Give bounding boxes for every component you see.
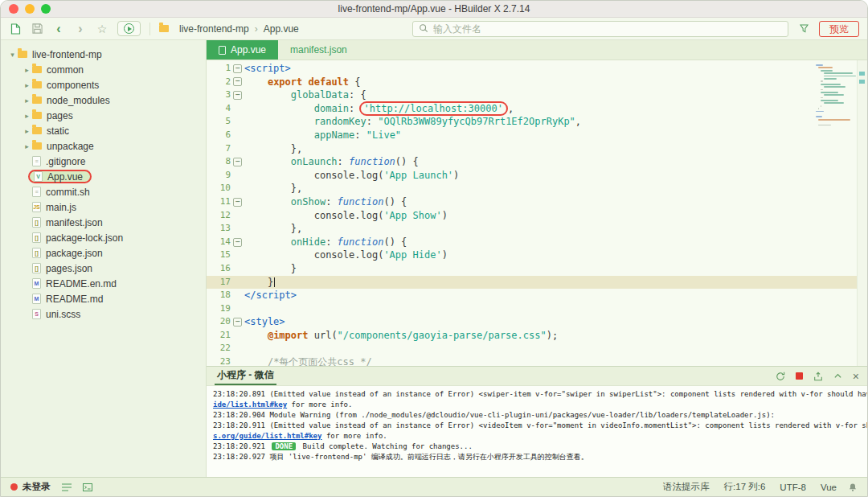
minimize-window-button[interactable] xyxy=(25,4,35,14)
back-icon[interactable]: ‹ xyxy=(52,22,65,36)
code-line-20[interactable]: 20<style> xyxy=(207,315,867,329)
tree-item-commit.sh[interactable]: commit.sh xyxy=(1,184,206,199)
tree-item-package-lock.json[interactable]: package-lock.json xyxy=(1,230,206,245)
chevron-right-icon[interactable]: ▸ xyxy=(22,142,32,150)
close-window-button[interactable] xyxy=(9,4,18,14)
fold-marker-icon[interactable] xyxy=(231,315,244,329)
code-line-7[interactable]: 7 }, xyxy=(207,142,867,156)
save-icon[interactable] xyxy=(31,22,43,36)
tree-item-package.json[interactable]: package.json xyxy=(1,245,206,261)
tree-item-live-frontend-mp[interactable]: ▾live-frontend-mp xyxy=(1,47,206,62)
status-item-1[interactable]: 行:17 列:6 xyxy=(724,481,766,493)
tree-item-pages[interactable]: ▸pages xyxy=(1,108,206,123)
tree-item-label: main.js xyxy=(46,202,76,213)
tree-item-common[interactable]: ▸common xyxy=(1,62,206,77)
code-line-6[interactable]: 6 appName: "Live" xyxy=(207,129,867,142)
search-input[interactable] xyxy=(433,23,782,35)
bookmark-star-icon[interactable]: ☆ xyxy=(96,22,108,36)
minimap[interactable] xyxy=(816,64,853,127)
fold-marker-icon[interactable] xyxy=(231,236,244,249)
code-line-11[interactable]: 11 onShow: function() { xyxy=(207,195,867,209)
chevron-down-icon[interactable]: ▾ xyxy=(7,51,18,59)
log-link[interactable]: ide/list.html#key xyxy=(213,400,287,409)
code-line-23[interactable]: 23 /*每个页面公共css */ xyxy=(207,355,867,366)
code-line-10[interactable]: 10 }, xyxy=(207,182,867,195)
export-log-icon[interactable] xyxy=(813,372,823,381)
tree-item-node_modules[interactable]: ▸node_modules xyxy=(1,92,206,108)
tree-item-manifest.json[interactable]: manifest.json xyxy=(1,215,206,230)
tree-item-static[interactable]: ▸static xyxy=(1,123,206,138)
tree-item-pages.json[interactable]: pages.json xyxy=(1,261,206,276)
tab-app-vue[interactable]: App.vue xyxy=(207,40,278,60)
status-item-2[interactable]: UTF-8 xyxy=(780,483,806,492)
tree-item-.gitignore[interactable]: .gitignore xyxy=(1,154,206,169)
tree-item-App.vue[interactable]: App.vue xyxy=(1,169,206,184)
code-editor[interactable]: 1<script>2 export default {3 globalData:… xyxy=(207,60,867,366)
code-line-18[interactable]: 18</script> xyxy=(207,289,867,302)
tree-item-README.en.md[interactable]: README.en.md xyxy=(1,276,206,291)
code-line-19[interactable]: 19 xyxy=(207,302,867,316)
stop-icon[interactable] xyxy=(796,372,803,380)
fold-marker-icon[interactable] xyxy=(231,62,244,76)
traffic-lights xyxy=(9,4,51,14)
forward-icon[interactable]: › xyxy=(74,22,87,36)
log-link[interactable]: s.org/guide/list.html#key xyxy=(213,432,321,440)
chevron-right-icon[interactable]: ▸ xyxy=(22,81,32,89)
console-log[interactable]: 23:18:20.891 (Emitted value instead of a… xyxy=(207,386,867,477)
code-line-8[interactable]: 8 onLaunch: function() { xyxy=(207,155,867,169)
fold-marker-icon[interactable] xyxy=(231,155,244,169)
code-line-13[interactable]: 13 }, xyxy=(207,222,867,236)
code-line-3[interactable]: 3 globalData: { xyxy=(207,88,867,102)
tree-item-README.md[interactable]: README.md xyxy=(1,291,206,306)
tree-item-uni.scss[interactable]: uni.scss xyxy=(1,306,206,322)
code-line-12[interactable]: 12 console.log('App Show') xyxy=(207,209,867,223)
code-line-21[interactable]: 21 @import url("/components/gaoyia-parse… xyxy=(207,329,867,343)
code-line-4[interactable]: 4 domain: 'http://localhost:30000', xyxy=(207,102,867,116)
restart-log-icon[interactable] xyxy=(776,372,785,381)
login-status[interactable]: 未登录 xyxy=(10,481,51,493)
terminal-icon[interactable] xyxy=(83,483,92,491)
new-file-icon[interactable] xyxy=(9,22,22,36)
chevron-right-icon[interactable]: ▸ xyxy=(22,127,32,135)
bell-icon[interactable] xyxy=(848,483,858,492)
tab-manifest-json[interactable]: manifest.json xyxy=(278,40,359,60)
tree-item-main.js[interactable]: main.js xyxy=(1,199,206,215)
console-tab-wechat-mp[interactable]: 小程序 - 微信 xyxy=(215,367,276,385)
filter-funnel-icon[interactable] xyxy=(797,22,810,36)
editor-scrollbar[interactable] xyxy=(857,60,867,366)
preview-button[interactable]: 预览 xyxy=(819,21,859,37)
code-line-16[interactable]: 16 } xyxy=(207,262,867,276)
line-number: 1 xyxy=(207,62,231,76)
chevron-right-icon[interactable]: ▸ xyxy=(22,112,32,120)
file-explorer: ▾live-frontend-mp▸common▸components▸node… xyxy=(1,40,207,477)
folder-icon xyxy=(18,51,27,58)
status-item-0[interactable]: 语法提示库 xyxy=(663,481,710,493)
tree-item-components[interactable]: ▸components xyxy=(1,77,206,92)
fold-marker-icon[interactable] xyxy=(231,195,244,209)
folder-icon xyxy=(32,66,42,73)
code-line-1[interactable]: 1<script> xyxy=(207,62,867,76)
close-panel-icon[interactable]: × xyxy=(853,371,859,382)
fold-marker-icon[interactable] xyxy=(231,88,244,102)
fold-marker-icon[interactable] xyxy=(231,76,244,89)
code-line-5[interactable]: 5 randomKey: "OQlRb3WW89yfycQb97Rrt1Ef2O… xyxy=(207,115,867,129)
code-line-22[interactable]: 22 xyxy=(207,342,867,355)
chevron-right-icon[interactable]: ▸ xyxy=(22,97,32,105)
collapse-panel-icon[interactable] xyxy=(833,372,842,380)
chevron-right-icon[interactable]: ▸ xyxy=(22,66,32,74)
zoom-window-button[interactable] xyxy=(41,4,51,14)
code-line-17[interactable]: 17 } xyxy=(207,276,867,290)
file-search-box[interactable] xyxy=(412,21,788,37)
code-line-15[interactable]: 15 console.log('App Hide') xyxy=(207,249,867,262)
log-text: (Emitted value instead of an instance of… xyxy=(269,390,867,398)
tree-item-unpackage[interactable]: ▸unpackage xyxy=(1,138,206,154)
breadcrumb-project[interactable]: live-frontend-mp xyxy=(179,23,249,35)
code-line-2[interactable]: 2 export default { xyxy=(207,76,867,89)
code-line-14[interactable]: 14 onHide: function() { xyxy=(207,236,867,249)
outline-list-icon[interactable] xyxy=(62,483,72,491)
code-line-9[interactable]: 9 console.log('App Launch') xyxy=(207,169,867,183)
run-button[interactable] xyxy=(117,21,141,36)
fold-spacer xyxy=(231,249,244,262)
status-item-3[interactable]: Vue xyxy=(821,483,837,492)
breadcrumb-file[interactable]: App.vue xyxy=(264,23,299,35)
